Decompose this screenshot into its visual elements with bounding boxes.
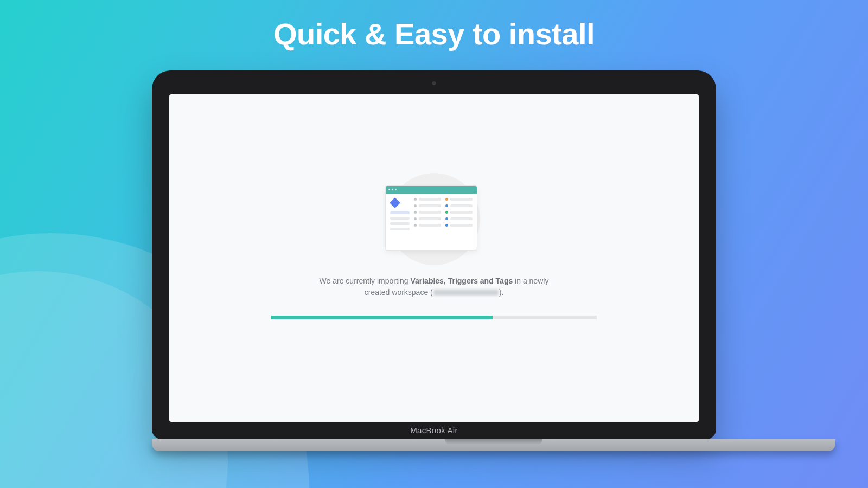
laptop-mockup: We are currently importing Variables, Tr… xyxy=(152,70,716,451)
illustration-titlebar xyxy=(386,186,477,194)
promo-stage: Quick & Easy to install xyxy=(0,0,868,488)
gtm-diamond-icon xyxy=(390,197,400,208)
import-status-text: We are currently importing Variables, Tr… xyxy=(309,275,559,298)
status-bold: Variables, Triggers and Tags xyxy=(410,277,513,285)
headline: Quick & Easy to install xyxy=(0,16,868,52)
laptop-lid: We are currently importing Variables, Tr… xyxy=(152,70,716,439)
import-illustration xyxy=(385,176,483,262)
app-screen: We are currently importing Variables, Tr… xyxy=(169,94,699,422)
workspace-name-redacted xyxy=(433,290,499,296)
status-suffix: ). xyxy=(499,288,504,297)
status-prefix: We are currently importing xyxy=(320,277,411,285)
laptop-base xyxy=(152,439,835,451)
import-progress-bar xyxy=(271,316,597,319)
import-progress-fill xyxy=(271,316,493,319)
camera-dot xyxy=(432,81,436,85)
gtm-container-illustration xyxy=(385,185,477,251)
import-panel: We are currently importing Variables, Tr… xyxy=(271,176,597,319)
device-label: MacBook Air xyxy=(152,426,716,435)
